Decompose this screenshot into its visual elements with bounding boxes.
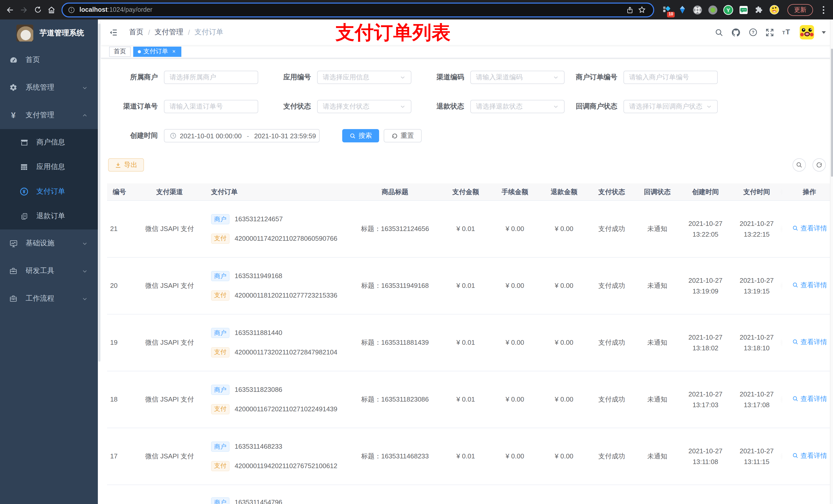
merchant-tag: 商户	[211, 497, 230, 504]
export-button[interactable]: 导出	[108, 158, 144, 172]
view-details-link[interactable]: 查看详情	[792, 223, 827, 233]
extension-diamond-icon[interactable]: 10	[661, 4, 672, 15]
url-text[interactable]: localhost:1024/pay/order	[79, 6, 623, 13]
browser-chrome: localhost:1024/pay/order 10 Y	[0, 0, 833, 20]
view-details-link[interactable]: 查看详情	[792, 280, 827, 290]
extension-y-icon[interactable]: Y	[723, 4, 734, 15]
page-content: 所属商户请选择所属商户应用编号请选择应用信息渠道编码请输入渠道编码商户订单编号请…	[101, 58, 833, 504]
cell-pay-order: 商户1635311881440支付42000011732021102728479…	[208, 328, 349, 358]
sidebar-bottom-item-0[interactable]: 基础设施	[0, 230, 98, 257]
cell-fee-amount: ¥ 0.00	[490, 224, 540, 234]
filter-select[interactable]: 请选择订单回调商户状态	[623, 100, 718, 113]
sidebar-subitem-3[interactable]: 退款订单	[0, 204, 98, 229]
view-details-link[interactable]: 查看详情	[792, 393, 827, 404]
search-icon[interactable]	[715, 28, 723, 37]
extension-chat-icon[interactable]	[738, 4, 749, 15]
cell-pay-time: 2021-10-2713:22:15	[731, 218, 782, 240]
update-button[interactable]: 更新	[787, 4, 813, 16]
share-icon[interactable]	[623, 4, 636, 16]
font-size-icon[interactable]: TT	[782, 28, 792, 37]
breadcrumb-home[interactable]: 首页	[129, 28, 143, 37]
date-start-value[interactable]: 2021-10-01 00:00:00	[180, 132, 241, 140]
home-icon[interactable]	[45, 3, 58, 17]
extension-green-dot-icon[interactable]	[708, 4, 718, 15]
chevron-down-icon	[82, 240, 88, 246]
cell-pay-time: 2021-10-2713:18:10	[731, 332, 782, 354]
order-number: 1635311949168	[235, 271, 282, 282]
search-button[interactable]: 搜索	[342, 129, 379, 142]
help-icon[interactable]: ?	[748, 28, 758, 37]
scrollbar-thumb[interactable]	[98, 24, 100, 362]
filter-field: 退款状态请选择退款状态	[413, 100, 565, 113]
forward-icon[interactable]	[17, 3, 31, 17]
filter-field: 支付状态请选择支付状态	[260, 100, 411, 113]
bookmark-star-icon[interactable]	[636, 4, 648, 16]
fullscreen-icon[interactable]	[765, 28, 774, 37]
profile-emoji-icon[interactable]	[769, 4, 780, 15]
sidebar-subitem-1[interactable]: 应用信息	[0, 155, 98, 179]
column-header: 商品标题	[349, 187, 441, 196]
extensions-puzzle-icon[interactable]	[754, 4, 764, 15]
placeholder-text: 请选择所属商户	[170, 73, 253, 82]
pay-tag: 支付	[211, 347, 230, 357]
menu-item-label: 首页	[26, 55, 40, 65]
back-icon[interactable]	[3, 3, 17, 17]
date-range-input[interactable]: 2021-10-01 00:00:00 - 2021-10-31 23:59:5…	[164, 129, 320, 142]
sidebar-scrollbar[interactable]	[98, 20, 101, 504]
filter-select[interactable]: 请输入渠道编码	[470, 71, 565, 84]
date-end-value[interactable]: 2021-10-31 23:59:59	[254, 132, 316, 140]
menu-item-label: 支付管理	[26, 111, 54, 120]
page-scrollbar[interactable]	[830, 20, 833, 504]
reset-button[interactable]: 重置	[384, 129, 422, 142]
scrollbar-thumb[interactable]	[831, 49, 833, 177]
refresh-button[interactable]	[812, 158, 826, 172]
url-bar[interactable]: localhost:1024/pay/order	[62, 2, 654, 17]
reload-icon[interactable]	[31, 3, 45, 17]
cell-title: 标题：1635311949168	[349, 281, 441, 291]
sidebar-logo[interactable]: 芋道管理系统	[0, 20, 98, 46]
tab-pay-order[interactable]: 支付订单 ×	[133, 46, 181, 56]
cell-id: 21	[107, 224, 132, 234]
sidebar-item-0[interactable]: 首页	[0, 46, 98, 74]
filter-select[interactable]: 请选择应用信息	[317, 71, 411, 84]
chevron-down-icon	[400, 74, 406, 80]
sidebar-bottom-item-1[interactable]: 研发工具	[0, 257, 98, 285]
cell-notify-status: 未通知	[635, 281, 680, 291]
filter-input[interactable]: 请选择所属商户	[164, 71, 258, 84]
filter-select[interactable]: 请选择退款状态	[470, 100, 565, 113]
cell-channel: 微信 JSAPI 支付	[132, 394, 208, 405]
cell-pay-amount: ¥ 0.01	[441, 224, 490, 234]
breadcrumb-pay-manage[interactable]: 支付管理	[155, 28, 184, 37]
chrome-menu-icon[interactable]	[819, 6, 828, 14]
menu-item-label: 应用信息	[37, 162, 65, 172]
menu-item-label: 退款订单	[37, 212, 65, 221]
order-no-line: 商户1635311881440	[211, 328, 282, 338]
hide-search-button[interactable]	[792, 158, 806, 172]
close-tab-icon[interactable]: ×	[171, 49, 177, 54]
grid-icon	[20, 163, 29, 171]
extension-command-icon[interactable]	[692, 4, 703, 15]
sidebar-bottom-item-2[interactable]: 工作流程	[0, 285, 98, 312]
extension-balloon-icon[interactable]	[677, 4, 688, 15]
filter-select[interactable]: 请选择支付状态	[317, 100, 411, 113]
sidebar-item-1[interactable]: 系统管理	[0, 74, 98, 101]
tab-home[interactable]: 首页	[109, 46, 130, 56]
placeholder-text: 请选择应用信息	[323, 73, 400, 82]
github-icon[interactable]	[731, 27, 741, 37]
sidebar-collapse-icon[interactable]	[109, 28, 118, 37]
merchant-tag: 商户	[211, 214, 230, 224]
view-details-link[interactable]: 查看详情	[792, 337, 827, 347]
view-details-link[interactable]: 查看详情	[792, 451, 827, 461]
sidebar-item-2[interactable]: ¥支付管理	[0, 101, 98, 129]
avatar-dropdown-icon[interactable]	[822, 31, 826, 33]
sidebar-subitem-0[interactable]: 商户信息	[0, 130, 98, 155]
sidebar-subitem-2[interactable]: ¥支付订单	[0, 179, 98, 204]
filter-input[interactable]: 请输入渠道订单号	[164, 100, 258, 113]
site-info-icon[interactable]	[68, 6, 75, 14]
order-number: 4200001181202110277723215336	[235, 290, 337, 301]
filter-label: 所属商户	[107, 73, 164, 82]
filter-label: 创建时间	[107, 131, 164, 140]
user-avatar[interactable]	[800, 25, 814, 40]
filter-input[interactable]: 请输入商户订单编号	[623, 71, 718, 84]
table-row: 20微信 JSAPI 支付商户1635311949168支付4200001181…	[107, 258, 833, 314]
